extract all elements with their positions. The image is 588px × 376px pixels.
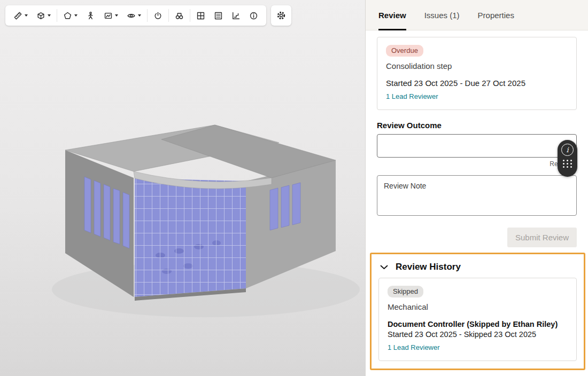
building-model — [0, 0, 365, 376]
chevron-down-icon — [48, 14, 51, 17]
toolbar-divider — [147, 9, 148, 22]
review-history-highlight: Review History Skipped Mechanical Docume… — [370, 253, 585, 370]
review-outcome-select[interactable] — [377, 134, 577, 158]
review-history-header: Review History — [378, 258, 577, 278]
collapse-button[interactable] — [380, 265, 388, 270]
assistant-widget[interactable]: i — [558, 140, 577, 177]
measure-tool-button[interactable] — [9, 5, 32, 26]
section-box-button[interactable] — [32, 5, 55, 26]
grid-view-icon — [196, 11, 205, 20]
levels-button[interactable] — [227, 5, 245, 26]
step-title: Consolidation step — [386, 61, 568, 70]
clip-plane-icon — [63, 11, 72, 20]
panel-tabs: Review Issues (1) Properties — [366, 0, 588, 30]
review-tab-content: Overdue Consolidation step Started 23 Oc… — [366, 30, 588, 370]
search-binoculars-icon — [175, 11, 184, 20]
info-icon — [249, 11, 258, 20]
chevron-down-icon — [25, 14, 28, 17]
measure-icon — [13, 11, 22, 20]
viewer-toolbar — [5, 5, 291, 26]
current-step-card: Overdue Consolidation step Started 23 Oc… — [377, 37, 577, 110]
tools-bar — [5, 5, 266, 26]
power-icon — [153, 11, 163, 20]
chevron-down-icon — [138, 14, 141, 17]
toolbar-divider — [190, 9, 190, 22]
tab-properties[interactable]: Properties — [478, 0, 514, 30]
info-icon[interactable]: i — [561, 144, 574, 156]
history-entry-card: Skipped Mechanical Document Controller (… — [378, 278, 577, 361]
lead-reviewer-link[interactable]: 1 Lead Reviewer — [386, 92, 438, 100]
views-button[interactable] — [99, 5, 122, 26]
chevron-down-icon — [74, 14, 78, 17]
visibility-button[interactable] — [122, 5, 145, 26]
dots-grid-icon — [563, 160, 572, 168]
history-workflow-name: Mechanical — [388, 302, 568, 311]
gear-icon — [276, 11, 286, 20]
levels-icon — [231, 11, 241, 20]
power-button[interactable] — [149, 5, 167, 26]
toolbar-divider — [57, 9, 57, 22]
toolbar-divider — [168, 9, 169, 22]
history-step-title: Document Controller (Skipped by Ethan Ri… — [388, 320, 568, 328]
views-icon — [104, 11, 113, 20]
search-button[interactable] — [171, 5, 188, 26]
section-box-icon — [36, 11, 45, 20]
tab-issues[interactable]: Issues (1) — [424, 0, 460, 30]
tab-review[interactable]: Review — [378, 0, 406, 30]
model-info-button[interactable] — [245, 5, 262, 26]
status-badge-overdue: Overdue — [386, 45, 423, 57]
step-dates: Started 23 Oct 2025 - Due 27 Oct 2025 — [386, 79, 568, 88]
visibility-eye-icon — [127, 11, 136, 20]
review-note-input[interactable] — [377, 175, 577, 216]
settings-button[interactable] — [271, 5, 291, 26]
history-lead-reviewer-link[interactable]: 1 Lead Reviewer — [388, 343, 440, 351]
walk-mode-button[interactable] — [82, 5, 99, 26]
chevron-down-icon — [380, 265, 388, 270]
submit-row: Submit Review — [377, 228, 577, 247]
submit-review-button[interactable]: Submit Review — [507, 228, 577, 247]
app-window: Review Issues (1) Properties Overdue Con… — [0, 0, 588, 376]
model-viewer[interactable] — [0, 0, 365, 376]
grid-view-button[interactable] — [192, 5, 210, 26]
required-hint: Required — [377, 160, 577, 168]
schedule-button[interactable] — [210, 5, 227, 26]
review-outcome-label: Review Outcome — [377, 121, 577, 130]
walk-mode-icon — [86, 11, 95, 20]
schedule-icon — [214, 11, 223, 20]
review-panel: Review Issues (1) Properties Overdue Con… — [365, 0, 588, 376]
status-badge-skipped: Skipped — [388, 286, 423, 297]
clip-plane-button[interactable] — [59, 5, 82, 26]
review-history-title: Review History — [396, 262, 461, 272]
history-dates: Started 23 Oct 2025 - Skipped 23 Oct 202… — [388, 330, 568, 339]
chevron-down-icon — [115, 14, 118, 17]
